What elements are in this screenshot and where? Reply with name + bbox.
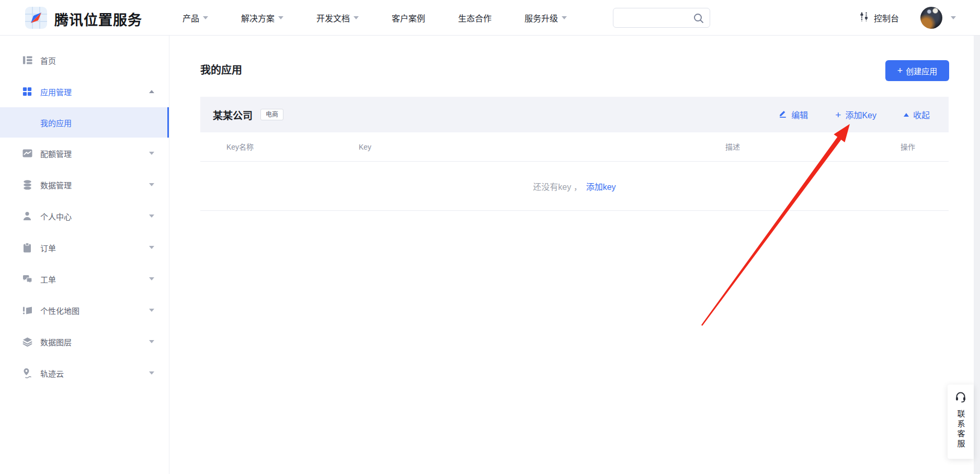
nav-item-label: 开发文档 <box>316 12 350 24</box>
empty-state-text: 还没有key ， <box>533 180 582 193</box>
chevron-down-icon <box>278 16 283 19</box>
user-avatar[interactable] <box>920 7 942 29</box>
key-table-header: Key名称 Key 描述 操作 <box>200 132 949 162</box>
contact-service-widget[interactable]: 联系客服 <box>948 385 974 459</box>
empty-state-row: 还没有key ， 添加key <box>200 162 949 211</box>
chevron-down-icon[interactable] <box>149 183 154 186</box>
location-pin-icon <box>22 368 32 378</box>
nav-item-label: 客户案例 <box>392 12 425 24</box>
create-app-button[interactable]: + 创建应用 <box>885 60 949 81</box>
sidebar-subitem-my-apps[interactable]: 我的应用 <box>0 107 169 138</box>
scrollbar[interactable] <box>974 36 980 474</box>
search-box <box>613 8 710 28</box>
plus-icon: + <box>897 66 903 75</box>
pencil-icon <box>779 109 787 120</box>
chevron-down-icon[interactable] <box>149 371 154 375</box>
nav-item-cases[interactable]: 客户案例 <box>392 12 425 24</box>
sidebar-item-data-management[interactable]: 数据管理 <box>0 169 169 200</box>
nav-item-ecosystem[interactable]: 生态合作 <box>458 12 492 24</box>
sidebar-item-personal-center[interactable]: 个人中心 <box>0 200 169 232</box>
nav-item-solutions[interactable]: 解决方案 <box>241 12 283 24</box>
sidebar-item-label: 个人中心 <box>40 211 72 222</box>
create-app-label: 创建应用 <box>906 65 937 76</box>
database-icon <box>22 179 32 190</box>
contact-service-label: 联系客服 <box>955 410 966 449</box>
nav-item-label: 解决方案 <box>241 12 275 24</box>
chevron-down-icon <box>562 16 567 19</box>
sidebar: 首页 应用管理 我的应用 <box>0 36 169 474</box>
sidebar-item-label: 轨迹云 <box>40 368 64 379</box>
chat-bubbles-icon <box>22 274 32 284</box>
sliders-icon <box>859 12 869 24</box>
app-card-header: 某某公司 电商 编辑 + 添加Key <box>200 97 949 132</box>
sidebar-item-personalized-map[interactable]: 个性化地图 <box>0 295 169 326</box>
avatar-chevron-down-icon[interactable] <box>951 16 956 19</box>
nav-item-service-upgrade[interactable]: 服务升级 <box>525 12 567 24</box>
chevron-down-icon[interactable] <box>149 340 154 343</box>
nav-item-products[interactable]: 产品 <box>183 12 208 24</box>
console-link[interactable]: 控制台 <box>859 0 899 36</box>
app-name: 某某公司 <box>213 108 253 122</box>
chevron-down-icon <box>354 16 359 19</box>
clipboard-icon <box>22 242 32 253</box>
nav-item-docs[interactable]: 开发文档 <box>316 12 359 24</box>
person-icon <box>22 211 32 221</box>
brand-logo-icon[interactable] <box>25 7 47 29</box>
nav-item-label: 生态合作 <box>458 12 492 24</box>
sidebar-item-app-management[interactable]: 应用管理 <box>0 76 169 107</box>
home-list-icon <box>22 55 32 65</box>
nav-menu: 产品 解决方案 开发文档 客户案例 生态合作 服务升级 <box>183 0 567 36</box>
nav-item-label: 产品 <box>183 12 199 24</box>
layers-icon <box>22 336 32 347</box>
sidebar-item-label: 订单 <box>40 242 56 253</box>
page-title: 我的应用 <box>200 62 242 77</box>
active-indicator <box>167 107 169 138</box>
sidebar-item-orders[interactable]: 订单 <box>0 232 169 263</box>
sidebar-item-label: 个性化地图 <box>40 305 79 316</box>
add-key-label: 添加Key <box>845 108 876 121</box>
collapse-label: 收起 <box>913 108 930 121</box>
chevron-up-icon[interactable] <box>149 90 154 93</box>
grid-icon <box>22 86 32 97</box>
chevron-down-icon[interactable] <box>149 215 154 218</box>
app-category-tag: 电商 <box>260 109 283 120</box>
sidebar-item-home[interactable]: 首页 <box>0 44 169 76</box>
page: 腾讯位置服务 产品 解决方案 开发文档 客户案例 生态合作 服务升级 <box>0 0 980 474</box>
chevron-down-icon <box>203 16 208 19</box>
column-key-name: Key名称 <box>226 132 254 162</box>
chevron-down-icon[interactable] <box>149 246 154 249</box>
column-key: Key <box>359 132 371 162</box>
search-input[interactable] <box>620 9 693 27</box>
column-actions: 操作 <box>901 132 915 162</box>
sidebar-item-label: 应用管理 <box>40 86 72 97</box>
add-key-button[interactable]: + 添加Key <box>835 108 876 121</box>
main-content: 我的应用 + 创建应用 某某公司 电商 编辑 <box>169 36 980 474</box>
chevron-down-icon[interactable] <box>149 152 154 155</box>
sidebar-item-label: 工单 <box>40 274 56 285</box>
sidebar-item-data-layers[interactable]: 数据图层 <box>0 326 169 357</box>
sidebar-item-label: 配额管理 <box>40 148 72 159</box>
sidebar-item-label: 数据管理 <box>40 179 72 190</box>
sidebar-item-track-cloud[interactable]: 轨迹云 <box>0 357 169 389</box>
sidebar-item-tickets[interactable]: 工单 <box>0 263 169 295</box>
search-icon[interactable] <box>693 13 704 26</box>
quota-chart-icon <box>22 148 32 159</box>
nav-item-label: 服务升级 <box>525 12 558 24</box>
add-key-link[interactable]: 添加key <box>586 180 616 193</box>
app-card: 某某公司 电商 编辑 + 添加Key <box>200 97 949 211</box>
collapse-button[interactable]: 收起 <box>904 108 930 121</box>
brand-title[interactable]: 腾讯位置服务 <box>54 9 142 29</box>
edit-label: 编辑 <box>791 108 808 121</box>
chevron-down-icon[interactable] <box>149 309 154 312</box>
sidebar-item-quota[interactable]: 配额管理 <box>0 138 169 169</box>
chevron-down-icon[interactable] <box>149 277 154 280</box>
sidebar-item-label: 首页 <box>40 55 56 66</box>
edit-button[interactable]: 编辑 <box>779 108 808 121</box>
top-navbar: 腾讯位置服务 产品 解决方案 开发文档 客户案例 生态合作 服务升级 <box>0 0 980 36</box>
chevron-up-icon <box>904 113 909 117</box>
headset-icon <box>954 391 967 405</box>
personalized-map-icon <box>22 305 32 315</box>
column-description: 描述 <box>725 132 740 162</box>
app-card-actions: 编辑 + 添加Key 收起 <box>779 108 936 121</box>
sidebar-item-label: 数据图层 <box>40 336 72 347</box>
